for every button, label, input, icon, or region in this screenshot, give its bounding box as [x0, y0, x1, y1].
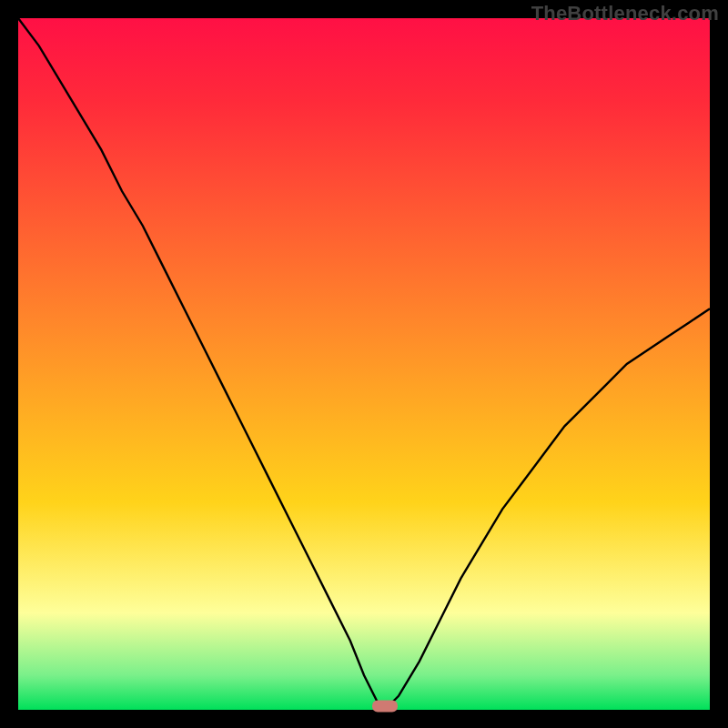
minimum-marker — [372, 701, 398, 713]
curve-path — [18, 18, 710, 710]
bottleneck-curve — [18, 18, 710, 710]
plot-area — [18, 18, 710, 710]
chart-frame: TheBottleneck.com — [0, 0, 728, 728]
watermark-text: TheBottleneck.com — [531, 2, 719, 25]
